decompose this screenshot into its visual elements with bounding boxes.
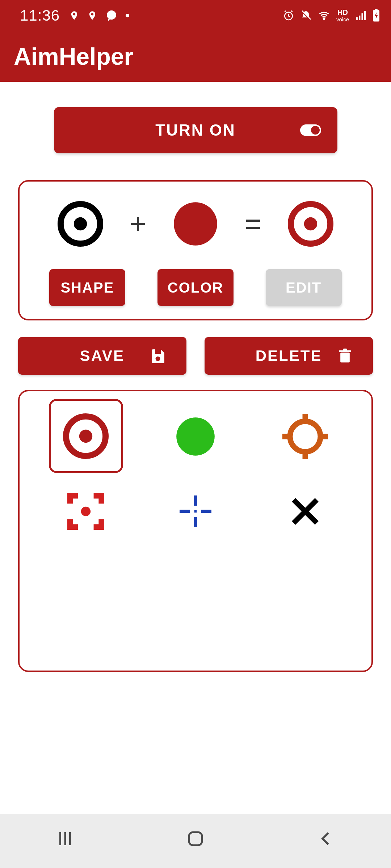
status-left: 11:36 <box>20 7 129 24</box>
save-icon <box>149 347 167 365</box>
delete-button[interactable]: DELETE <box>205 337 373 375</box>
battery-charging-icon <box>372 9 380 22</box>
svg-point-25 <box>290 421 320 452</box>
svg-rect-19 <box>340 353 350 363</box>
android-nav-bar <box>0 814 391 868</box>
turn-on-label: TURN ON <box>155 121 235 139</box>
toggle-knob-icon <box>311 126 320 135</box>
svg-point-13 <box>74 217 87 230</box>
trash-icon <box>337 347 353 365</box>
plus-symbol: + <box>130 207 147 241</box>
svg-point-0 <box>107 10 116 20</box>
color-preview-icon <box>172 200 219 247</box>
preset-x-black[interactable] <box>268 474 342 548</box>
color-button[interactable]: COLOR <box>157 269 234 306</box>
save-button[interactable]: SAVE <box>18 337 186 375</box>
svg-rect-35 <box>194 510 197 512</box>
wifi-icon <box>318 10 331 21</box>
formula-row: + = <box>33 200 358 247</box>
radio-red-icon <box>62 413 109 460</box>
preset-reticle-orange[interactable] <box>268 399 342 473</box>
back-icon[interactable] <box>316 829 336 848</box>
edit-button: EDIT <box>266 269 342 306</box>
shape-button[interactable]: SHAPE <box>49 269 125 306</box>
mute-icon <box>300 10 312 21</box>
svg-rect-6 <box>359 16 360 20</box>
preset-panel <box>18 390 373 672</box>
preset-bracket-red[interactable] <box>49 474 123 548</box>
svg-rect-7 <box>362 13 363 20</box>
hd-voice-icon: HDvoice <box>336 9 349 22</box>
svg-point-30 <box>81 506 91 516</box>
svg-point-18 <box>156 357 160 361</box>
bracket-red-icon <box>64 490 108 533</box>
svg-rect-17 <box>155 349 161 354</box>
status-bar: 11:36 HDvoice <box>0 0 391 31</box>
preset-plus-blue[interactable] <box>158 474 232 548</box>
reticle-orange-icon <box>278 409 332 464</box>
svg-rect-41 <box>189 832 202 845</box>
svg-point-24 <box>176 417 215 456</box>
svg-rect-5 <box>356 17 358 20</box>
preset-radio-red[interactable] <box>49 399 123 473</box>
shape-preview-icon <box>57 200 104 247</box>
recents-icon[interactable] <box>55 829 75 848</box>
more-notifications-dot-icon <box>126 14 129 17</box>
status-right: HDvoice <box>283 9 380 22</box>
svg-point-23 <box>79 429 92 442</box>
svg-rect-10 <box>375 9 378 11</box>
plus-blue-icon <box>176 492 215 531</box>
status-time: 11:36 <box>20 7 60 24</box>
app-title: AimHelper <box>14 43 133 70</box>
location-icon <box>69 9 79 22</box>
turn-on-toggle[interactable] <box>300 124 321 136</box>
home-icon[interactable] <box>186 829 205 848</box>
result-preview-icon <box>287 200 334 247</box>
svg-point-16 <box>304 217 317 230</box>
svg-rect-21 <box>343 349 347 351</box>
signal-icon <box>355 10 366 21</box>
svg-point-4 <box>323 18 325 20</box>
equals-symbol: = <box>244 207 261 241</box>
location-icon <box>87 9 97 22</box>
alarm-icon <box>283 10 294 21</box>
solid-green-icon <box>176 417 215 456</box>
config-panel: + = SHAPE COLOR EDIT <box>18 180 373 320</box>
preset-solid-green[interactable] <box>158 399 232 473</box>
chat-icon <box>105 9 118 22</box>
app-bar: AimHelper <box>0 31 391 82</box>
turn-on-button[interactable]: TURN ON <box>54 107 337 153</box>
svg-point-14 <box>174 202 217 246</box>
svg-rect-8 <box>364 11 366 20</box>
x-black-icon <box>287 493 323 529</box>
